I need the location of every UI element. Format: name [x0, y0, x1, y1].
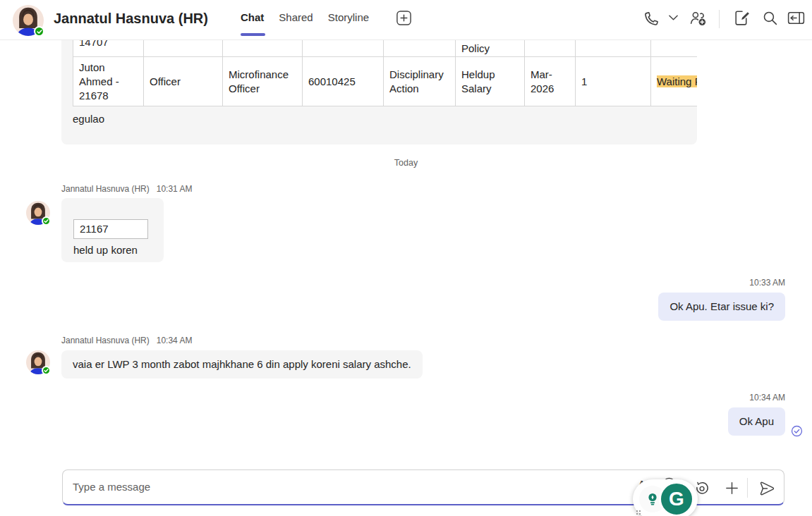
grammarly-letter: G	[669, 488, 684, 510]
sender-name: Jannatul Hasnuva (HR)	[61, 184, 150, 194]
message-text: Ok Apu. Etar issue ki?	[669, 300, 774, 312]
table-cell	[576, 40, 651, 57]
new-chat-button[interactable]	[732, 8, 751, 27]
table-cell: 1	[576, 57, 651, 106]
grammarly-widget[interactable]: G	[633, 479, 698, 516]
tab-chat[interactable]: Chat	[241, 11, 264, 23]
table-cell: 60010425	[303, 57, 384, 106]
message-meta: 10:33 AM	[749, 278, 785, 288]
send-icon	[758, 480, 776, 497]
table-cell: Disciplinary Action	[384, 57, 456, 106]
tab-bar: Chat Shared Storyline	[241, 11, 369, 23]
call-button[interactable]	[642, 10, 660, 27]
date-divider: Today	[0, 158, 812, 168]
add-people-button[interactable]	[689, 9, 708, 28]
table-cell: Heldup Salary	[456, 57, 525, 106]
send-button[interactable]	[758, 480, 776, 497]
message-text: Ok Apu	[739, 415, 774, 427]
active-tab-underline	[241, 33, 265, 36]
table-cell	[303, 40, 384, 57]
table-cell: Microfinance Officer	[223, 57, 303, 106]
message-bubble-table[interactable]: 14707 Policy Juton Ahmed - 21678 Officer…	[61, 39, 697, 145]
table-cell: Mar-2026	[525, 57, 576, 106]
pasted-cell: 21167	[73, 219, 148, 239]
message-text: egulao	[73, 113, 697, 125]
compose-divider	[747, 478, 748, 498]
table-cell: Policy	[456, 40, 525, 57]
search-icon	[761, 9, 779, 27]
tab-storyline[interactable]: Storyline	[328, 11, 369, 23]
message-text: vaia er LWP 3 month zabot majhkhane 6 di…	[73, 358, 411, 370]
table-row: Juton Ahmed - 21678 Officer Microfinance…	[73, 57, 698, 106]
read-receipt-icon	[791, 425, 803, 437]
message-input[interactable]	[63, 470, 585, 503]
tab-shared[interactable]: Shared	[279, 11, 313, 23]
chevron-down-icon	[668, 14, 679, 21]
table-cell	[223, 40, 303, 57]
search-button[interactable]	[761, 9, 779, 27]
highlighted-text: Waiting Recom	[657, 75, 697, 87]
call-options-button[interactable]	[668, 14, 679, 21]
message-time: 10:31 AM	[157, 184, 193, 194]
header-divider	[719, 10, 720, 28]
message-bubble[interactable]: Ok Apu	[728, 407, 785, 436]
table-cell: Juton Ahmed - 21678	[73, 57, 144, 106]
table-row: 14707 Policy	[73, 40, 698, 57]
presence-check-icon	[42, 366, 51, 375]
contact-name[interactable]: Jannatul Hasnuva (HR)	[54, 11, 208, 27]
message-time: 10:33 AM	[749, 278, 785, 288]
call-icon	[642, 10, 660, 27]
open-panel-icon	[786, 9, 806, 27]
message-time: 10:34 AM	[157, 336, 193, 345]
message-bubble[interactable]: vaia er LWP 3 month zabot majhkhane 6 di…	[61, 350, 423, 379]
table-cell: Officer	[144, 57, 223, 106]
table-cell	[651, 40, 698, 57]
drag-handle[interactable]	[636, 510, 641, 516]
message-meta: Jannatul Hasnuva (HR) 10:31 AM	[61, 184, 192, 194]
grammarly-logo: G	[659, 481, 694, 516]
add-tab-button[interactable]	[396, 10, 412, 26]
open-panel-button[interactable]	[786, 9, 806, 27]
teams-chat-window: 14707 Policy Juton Ahmed - 21678 Officer…	[0, 0, 812, 516]
table-cell	[384, 40, 456, 57]
table-cell: 14707	[73, 40, 144, 57]
sender-name: Jannatul Hasnuva (HR)	[61, 336, 150, 345]
add-people-icon	[689, 9, 708, 28]
chat-header: Jannatul Hasnuva (HR) Chat Shared Storyl…	[0, 0, 812, 40]
new-chat-icon	[732, 8, 751, 27]
presence-check-icon	[34, 26, 44, 37]
message-bubble[interactable]: 21167 held up koren	[61, 198, 164, 262]
table-cell	[144, 40, 223, 57]
message-bubble[interactable]: Ok Apu. Etar issue ki?	[658, 293, 785, 321]
table-cell: Waiting Recom	[651, 57, 698, 106]
presence-check-icon	[42, 216, 51, 226]
pasted-table: 14707 Policy Juton Ahmed - 21678 Officer…	[73, 39, 697, 106]
message-text: held up koren	[73, 243, 164, 257]
message-time: 10:34 AM	[749, 393, 785, 403]
message-meta: Jannatul Hasnuva (HR) 10:34 AM	[61, 336, 192, 345]
message-meta: 10:34 AM	[749, 393, 785, 403]
chat-pane: 14707 Policy Juton Ahmed - 21678 Officer…	[0, 0, 812, 516]
table-cell	[525, 40, 576, 57]
attach-plus-button[interactable]	[724, 480, 740, 496]
plus-icon	[724, 480, 740, 496]
